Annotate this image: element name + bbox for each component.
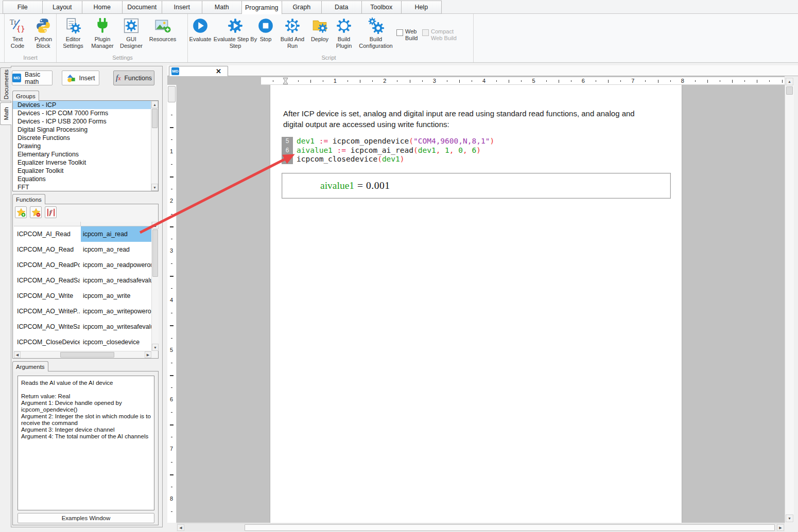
scroll-down-icon[interactable]: ▼	[151, 184, 158, 191]
function-row[interactable]: ICPCOM_AO_Writeicpcom_ao_write	[14, 288, 151, 304]
build-and-run-button[interactable]: Build And Run	[275, 16, 309, 49]
evaluate-button[interactable]: Evaluate	[185, 16, 216, 43]
menu-tab-toolbox[interactable]: Toolbox	[362, 1, 402, 14]
function-row[interactable]: ICPCOM_AO_WriteSa...icpcom_ao_writesafev…	[14, 319, 151, 334]
function-row[interactable]: ICPCOM_AO_Readicpcom_ao_read	[14, 242, 151, 257]
function-id-cell[interactable]: icpcom_ao_read	[81, 242, 151, 257]
function-row[interactable]: ICPCOM_CloseDeviceicpcom_closedevice	[14, 334, 151, 350]
function-name-cell[interactable]: ICPCOM_AO_WriteSa...	[17, 323, 80, 330]
functions-scrollbar-vertical[interactable]: ▲ ▼	[151, 222, 159, 351]
tab-functions[interactable]: Functions	[12, 194, 45, 204]
function-id-cell[interactable]: icpcom_ao_write	[81, 288, 151, 304]
tab-groups[interactable]: Groups	[12, 91, 39, 101]
python-block-button[interactable]: Python Block	[30, 16, 56, 49]
function-name-cell[interactable]: ICPCOM_AO_Read	[17, 246, 80, 253]
ruler-marker-icon[interactable]	[283, 78, 288, 84]
stop-button[interactable]: Stop	[255, 16, 276, 43]
code-line[interactable]: icpcom_closedevice(dev1)	[297, 155, 494, 164]
menu-tab-math[interactable]: Math	[202, 1, 242, 14]
code-line[interactable]: aivalue1 := icpcom_ai_read(dev1, 1, 0, 6…	[297, 146, 494, 155]
build-configuration-button[interactable]: Build Configuration	[352, 16, 400, 49]
scroll-up-icon[interactable]: ▲	[786, 78, 793, 85]
scroll-right-icon[interactable]: ▶	[777, 524, 784, 531]
scrollbar-thumb[interactable]	[245, 524, 775, 531]
plot-function-button[interactable]: f	[45, 206, 57, 218]
remove-favorite-button[interactable]	[30, 206, 42, 218]
document-tab[interactable]: MD ✕	[169, 66, 228, 76]
plugin-manager-button[interactable]: Plugin Manager	[88, 16, 117, 49]
basic-math-button[interactable]: MD Basic math	[12, 70, 53, 85]
scroll-up-icon[interactable]: ▲	[152, 222, 159, 229]
function-name-cell[interactable]: ICPCOM_CloseDevice	[17, 339, 80, 346]
scroll-down-icon[interactable]: ▼	[786, 515, 793, 522]
document-scrollbar-vertical[interactable]: ▲ ▼	[785, 77, 794, 523]
scrollbar-thumb[interactable]	[786, 86, 793, 95]
function-name-cell[interactable]: ICPCOM_AI_Read	[17, 230, 80, 238]
function-id-cell[interactable]: icpcom_closedevice	[81, 334, 151, 350]
document-scrollbar-horizontal[interactable]: ◀ ▶	[177, 523, 785, 531]
menu-tab-help[interactable]: Help	[402, 1, 442, 14]
group-list-item[interactable]: Devices - ICP USB 2000 Forms	[13, 117, 158, 126]
close-icon[interactable]: ✕	[216, 67, 221, 76]
scroll-left-icon[interactable]: ◀	[177, 524, 184, 531]
scroll-up-icon[interactable]: ▲	[151, 101, 158, 108]
tab-arguments[interactable]: Arguments	[12, 361, 48, 371]
code-line[interactable]: dev1 := icpcom_opendevice("COM4,9600,N,8…	[297, 137, 494, 146]
resources-button[interactable]: Resources	[146, 16, 179, 43]
add-favorite-button[interactable]	[15, 206, 27, 218]
menu-tab-document[interactable]: Document	[123, 1, 163, 14]
menu-tab-insert[interactable]: Insert	[162, 1, 202, 14]
scroll-down-icon[interactable]: ▼	[152, 344, 159, 351]
menu-tab-programing[interactable]: Programing	[242, 1, 282, 14]
function-row[interactable]: ICPCOM_AO_ReadSa...icpcom_ao_readsafeval…	[14, 273, 151, 288]
editor-settings-button[interactable]: Editor Settings	[59, 16, 88, 49]
function-name-cell[interactable]: ICPCOM_AO_ReadSa...	[17, 277, 80, 284]
group-list-item[interactable]: Drawing	[13, 142, 158, 150]
group-list-item[interactable]: Digital Signal Processing	[13, 126, 158, 134]
menu-tab-layout[interactable]: Layout	[43, 1, 83, 14]
group-list-item[interactable]: FFT	[13, 183, 158, 191]
group-list-item[interactable]: Elementary Functions	[13, 150, 158, 158]
text-code-button[interactable]: Tt {} Text Code	[6, 16, 29, 49]
scroll-left-icon[interactable]: ◀	[14, 351, 21, 358]
menu-tab-home[interactable]: Home	[82, 1, 123, 14]
examples-window-button[interactable]: Examples Window	[18, 513, 154, 523]
scrollbar-thumb[interactable]	[152, 229, 158, 277]
ruler-marker[interactable]	[168, 86, 176, 102]
function-name-cell[interactable]: ICPCOM_AO_Write	[17, 292, 80, 299]
deploy-button[interactable]: Deploy	[307, 16, 333, 43]
groups-scrollbar[interactable]: ▲ ▼	[151, 101, 158, 191]
group-list-item[interactable]: Equations	[13, 175, 158, 183]
scrollbar-thumb[interactable]	[60, 352, 114, 358]
functions-scrollbar-horizontal[interactable]: ◀ ▶	[14, 351, 151, 358]
result-region[interactable]: aivalue1 = 0.001	[282, 173, 671, 199]
side-tab-documents[interactable]: Documents	[0, 67, 11, 101]
functions-button[interactable]: fx Functions	[113, 70, 154, 85]
function-row[interactable]: ICPCOM_AI_Readicpcom_ai_read	[14, 226, 151, 242]
evaluate-step-by-step-button[interactable]: Evaluate Step By Step	[212, 16, 258, 49]
function-row[interactable]: ICPCOM_AO_ReadPo...icpcom_ao_readpoweron	[14, 257, 151, 273]
function-id-cell[interactable]: icpcom_ao_writesafevalue	[81, 319, 151, 334]
code-block[interactable]: dev1 := icpcom_opendevice("COM4,9600,N,8…	[297, 137, 494, 164]
scroll-right-icon[interactable]: ▶	[145, 351, 151, 358]
compact-web-build-checkbox[interactable]	[422, 29, 429, 36]
function-id-cell[interactable]: icpcom_ai_read	[81, 226, 151, 242]
menu-tab-data[interactable]: Data	[322, 1, 362, 14]
side-tab-math[interactable]: Math	[0, 102, 11, 125]
gui-designer-button[interactable]: GUI Designer	[116, 16, 146, 49]
group-list-item[interactable]: Equalizer Inverse Toolkit	[13, 158, 158, 167]
function-row[interactable]: ICPCOM_AO_WriteP...icpcom_ao_writepowero…	[14, 304, 151, 319]
web-build-checkbox[interactable]	[396, 29, 403, 36]
function-id-cell[interactable]: icpcom_ao_readpoweron	[81, 257, 151, 273]
group-list-item[interactable]: Equalizer Toolkit	[13, 167, 158, 175]
group-list-item[interactable]: Devices - ICP COM 7000 Forms	[13, 109, 158, 117]
menu-tab-file[interactable]: File	[3, 1, 43, 14]
menu-tab-graph[interactable]: Graph	[282, 1, 322, 14]
group-list-item[interactable]: Discrete Functions	[13, 134, 158, 142]
function-name-cell[interactable]: ICPCOM_AO_WriteP...	[17, 308, 80, 315]
insert-button[interactable]: Insert	[62, 70, 99, 85]
scrollbar-thumb[interactable]	[152, 109, 158, 128]
group-list-item[interactable]: Devices - ICP	[13, 101, 158, 109]
function-id-cell[interactable]: icpcom_ao_readsafevalue	[81, 273, 151, 288]
function-name-cell[interactable]: ICPCOM_AO_ReadPo...	[17, 261, 80, 269]
